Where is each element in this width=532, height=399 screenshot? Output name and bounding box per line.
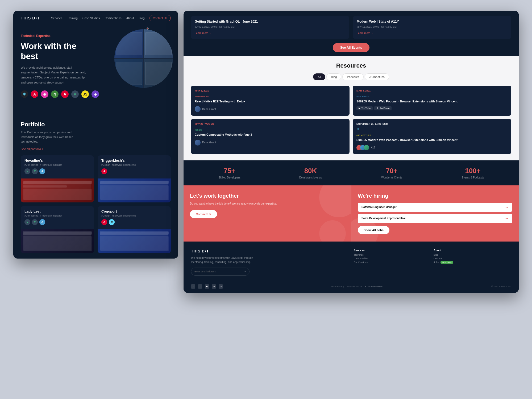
stat-number-developers: 75+ — [191, 167, 268, 175]
portfolio-tech-icons-tm: A — [101, 168, 167, 174]
angular-icon: A — [31, 90, 38, 98]
mock-screen-2 — [145, 32, 171, 55]
footer-phone: +1-408-506-9660 — [365, 285, 383, 288]
mock-screen-1 — [116, 32, 142, 55]
portfolio-image-novadine — [21, 178, 94, 202]
resources-grid: MAR 3, 2021 #MARATHONS React Native E2E … — [191, 86, 511, 154]
footer-link-jobs[interactable]: Jobs We're hiring! — [434, 261, 511, 264]
stat-events: 100+ Events & Podcasts — [434, 167, 511, 179]
podbean-badge[interactable]: 🎙 PodBean — [374, 106, 392, 110]
stat-love: 80K Developers love us — [272, 167, 349, 179]
footer-link-casestudies[interactable]: Case Studies — [354, 257, 431, 260]
podbean-label: PodBean — [380, 107, 389, 110]
resource-date-4: NOVEMBER 21, 14:00 (EST) — [356, 123, 508, 125]
nav-training[interactable]: Training — [67, 16, 77, 20]
nav-about[interactable]: About — [126, 16, 134, 20]
resource-title-1: React Native E2E Testing with Detox — [195, 99, 346, 103]
js-icon: JS — [81, 90, 89, 98]
youtube-label: YouTube — [361, 107, 371, 110]
resource-date-3: MAY 20 • VUE JS — [195, 123, 346, 125]
portfolio-card-ladyleet[interactable]: Lady Leet #Unit Testing #Techstack migra… — [21, 206, 94, 253]
social-medium[interactable]: M — [212, 284, 216, 289]
graphql-icon: ◈ — [41, 90, 48, 98]
portfolio-tags-tm: #Design #Software engineering — [101, 164, 167, 166]
cta-hiring: We're hiring Software Engineer Manager →… — [351, 185, 519, 242]
ts-ll-icon: A — [39, 219, 45, 225]
tab-podcasts[interactable]: Podcasts — [342, 73, 363, 80]
portfolio-card-triggermesh[interactable]: TriggerMesh's #Design #Software engineer… — [98, 155, 171, 202]
event-date-graphql: JUNE 1, 2021, 09:00 PST / 12:00 EST — [195, 26, 346, 28]
mock-screen-4 — [145, 62, 171, 85]
collage-cell-3 — [114, 59, 143, 88]
nav-blog[interactable]: Blog — [139, 16, 145, 20]
tag-design-tm: #Design — [101, 164, 110, 166]
resources-title: Resources — [191, 62, 511, 69]
nav-case-studies[interactable]: Case Studies — [82, 16, 100, 20]
resource-title-3: Custom Composable Methods with Vue 3 — [195, 133, 346, 137]
angularjs-icon: A — [61, 90, 69, 98]
tab-all[interactable]: All — [313, 73, 325, 80]
see-all-portfolio-link[interactable]: See all portfolio — [21, 147, 43, 151]
portfolio-card-cogoport[interactable]: Cogoport #Design #Software engineering A… — [98, 206, 171, 253]
footer-col-services: Services Trainings Case Studies Certific… — [354, 249, 431, 276]
portfolio-title: Portfolio — [21, 121, 171, 128]
job-listing-sdr[interactable]: Sales Development Representative → — [358, 214, 512, 223]
stat-number-events: 100+ — [434, 167, 511, 175]
author-name-1: Dana Grant — [202, 108, 216, 111]
job-listing-sem[interactable]: Software Engineer Manager → — [358, 203, 512, 212]
show-all-jobs-button[interactable]: Show All Jobs — [358, 226, 389, 234]
learn-more-graphql[interactable]: Learn more — [195, 31, 210, 35]
podbean-icon: 🎙 — [376, 107, 379, 110]
portfolio-card-novadine[interactable]: Novadine's #Unit Testing #Techstack migr… — [21, 155, 94, 202]
footer-link-trainings[interactable]: Trainings — [354, 253, 431, 256]
vue2-ll-icon: V — [32, 219, 38, 225]
footer-links: Services Trainings Case Studies Certific… — [354, 249, 511, 276]
footer-bottom: f t ▶ M ◻ Privacy Policy Terms of servic… — [191, 281, 511, 289]
tag-techstack: #Techstack migration — [40, 164, 63, 166]
footer-social: f t ▶ M ◻ — [191, 284, 223, 289]
social-other[interactable]: ◻ — [219, 284, 223, 289]
social-twitter[interactable]: t — [198, 284, 202, 289]
hero-collage — [114, 29, 173, 88]
youtube-icon: ▶ — [359, 107, 360, 110]
resource-card-react[interactable]: MAR 3, 2021 #MARATHONS React Native E2E … — [191, 86, 350, 116]
nav-contact-button[interactable]: Contact Us — [149, 15, 171, 21]
youtube-badge[interactable]: ▶ YouTube — [356, 106, 373, 110]
stat-number-clients: 70+ — [353, 167, 430, 175]
cta-contact-button[interactable]: Contact Us — [190, 210, 217, 218]
hero-description: We provide architectural guidance, staff… — [21, 65, 90, 85]
resource-card-meetup[interactable]: NOVEMBER 21, 14:00 (EST) ⚛ #JS MEETUPS S… — [353, 119, 511, 154]
event-card-graphql[interactable]: Getting Started with GraphQL | June 2021… — [191, 16, 349, 39]
footer-email-submit[interactable]: → — [241, 268, 249, 275]
footer-link-certifications[interactable]: Certifications — [354, 261, 431, 264]
author-avatar-1 — [195, 106, 201, 112]
footer-logo: THIS D•T — [191, 249, 348, 253]
nav-certifications[interactable]: Certifications — [105, 16, 122, 20]
footer-privacy[interactable]: Privacy Policy — [331, 285, 344, 288]
hiring-badge: We're hiring! — [440, 261, 454, 264]
tab-jsmeetups[interactable]: JS meetups — [365, 73, 389, 80]
tech-badge: Technical Expertise — [21, 34, 59, 38]
resource-category-3: #BLOG — [195, 129, 202, 131]
social-youtube[interactable]: ▶ — [205, 284, 209, 289]
tab-blog[interactable]: Blog — [326, 73, 341, 80]
event-card-a11y[interactable]: Modern Web | State of A11Y MAY 11, 2021,… — [353, 16, 511, 39]
footer-terms[interactable]: Terms of service — [347, 285, 362, 288]
see-all-events-button[interactable]: See All Events — [333, 43, 369, 52]
resource-card-vue[interactable]: MAY 20 • VUE JS #BLOG Custom Composable … — [191, 119, 350, 154]
resource-category-2: #PODCASTS — [356, 95, 369, 98]
learn-more-a11y[interactable]: Learn more — [357, 31, 372, 35]
stat-clients: 70+ Wonderful Clients — [353, 167, 430, 179]
resource-card-podcast[interactable]: MAR 3, 2021 #PODCASTS S08E05 Modern Web … — [353, 86, 511, 116]
footer-description: We help development teams with JavaScrip… — [191, 256, 255, 264]
footer-col-title-services: Services — [354, 249, 431, 252]
nav-services[interactable]: Services — [51, 16, 62, 20]
footer-link-contact[interactable]: Contact — [434, 257, 511, 260]
resource-date-1: MAR 3, 2021 — [195, 89, 346, 92]
social-facebook[interactable]: f — [191, 284, 195, 289]
footer-email-input[interactable] — [191, 268, 241, 275]
tag-software-tm: #Software engineering — [112, 164, 136, 166]
footer-link-blog[interactable]: Blog — [434, 253, 511, 256]
react-icon-card: ⚛ — [356, 127, 360, 131]
footer-section: THIS D•T We help development teams with … — [184, 242, 519, 293]
